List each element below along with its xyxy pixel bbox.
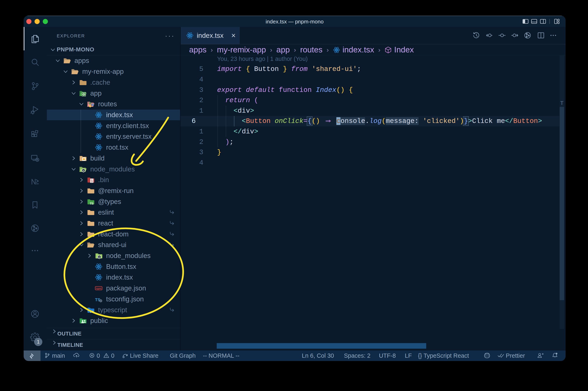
svg-text:10: 10 — [91, 181, 93, 183]
svg-text:TS: TS — [90, 202, 94, 205]
svg-text:js: js — [83, 169, 84, 172]
svg-text:TS: TS — [95, 297, 100, 302]
svg-text:TS: TS — [90, 310, 94, 313]
svg-text:js: js — [98, 256, 100, 258]
svg-text:npm: npm — [96, 287, 101, 290]
